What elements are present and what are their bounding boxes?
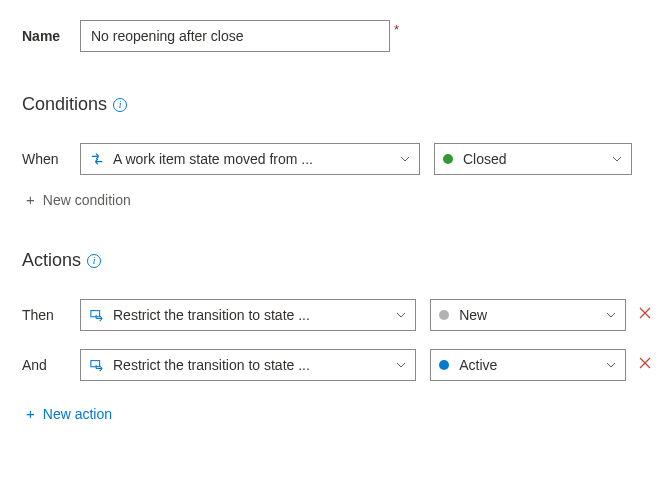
state-dot-closed xyxy=(443,154,453,164)
name-row: Name * xyxy=(22,20,652,52)
new-action-button[interactable]: + New action xyxy=(22,405,652,422)
new-condition-button[interactable]: + New condition xyxy=(22,191,652,208)
state-dot-active xyxy=(439,360,449,370)
action-rule-dropdown[interactable]: Restrict the transition to state ... xyxy=(80,299,416,331)
chevron-down-icon xyxy=(611,153,623,165)
info-icon[interactable]: i xyxy=(87,254,101,268)
action-rule-dropdown[interactable]: Restrict the transition to state ... xyxy=(80,349,416,381)
and-label: And xyxy=(22,357,80,373)
close-icon xyxy=(638,306,652,320)
new-action-label: New action xyxy=(43,406,112,422)
restrict-icon xyxy=(89,307,105,323)
when-label: When xyxy=(22,151,80,167)
chevron-down-icon xyxy=(605,309,617,321)
plus-icon: + xyxy=(26,405,35,422)
action-state-text: Active xyxy=(459,357,605,373)
action-state-dropdown[interactable]: New xyxy=(430,299,626,331)
plus-icon: + xyxy=(26,191,35,208)
state-dot-new xyxy=(439,310,449,320)
info-icon[interactable]: i xyxy=(113,98,127,112)
action-state-text: New xyxy=(459,307,605,323)
svg-rect-1 xyxy=(91,361,100,367)
action-row: And Restrict the transition to state ...… xyxy=(22,349,652,381)
chevron-down-icon xyxy=(399,153,411,165)
conditions-heading: Conditions i xyxy=(22,94,652,115)
chevron-down-icon xyxy=(395,359,407,371)
action-rule-text: Restrict the transition to state ... xyxy=(113,307,395,323)
then-label: Then xyxy=(22,307,80,323)
chevron-down-icon xyxy=(395,309,407,321)
chevron-down-icon xyxy=(605,359,617,371)
action-rule-text: Restrict the transition to state ... xyxy=(113,357,395,373)
actions-heading: Actions i xyxy=(22,250,652,271)
name-label: Name xyxy=(22,28,80,44)
remove-action-button[interactable] xyxy=(638,356,652,374)
state-transition-icon xyxy=(89,151,105,167)
actions-title: Actions xyxy=(22,250,81,271)
condition-rule-dropdown[interactable]: A work item state moved from ... xyxy=(80,143,420,175)
close-icon xyxy=(638,356,652,370)
action-state-dropdown[interactable]: Active xyxy=(430,349,626,381)
condition-state-text: Closed xyxy=(463,151,611,167)
required-asterisk: * xyxy=(394,22,399,37)
condition-state-dropdown[interactable]: Closed xyxy=(434,143,632,175)
new-condition-label: New condition xyxy=(43,192,131,208)
condition-rule-text: A work item state moved from ... xyxy=(113,151,399,167)
remove-action-button[interactable] xyxy=(638,306,652,324)
restrict-icon xyxy=(89,357,105,373)
condition-row: When A work item state moved from ... Cl… xyxy=(22,143,652,175)
svg-rect-0 xyxy=(91,311,100,317)
conditions-title: Conditions xyxy=(22,94,107,115)
action-row: Then Restrict the transition to state ..… xyxy=(22,299,652,331)
name-input[interactable] xyxy=(80,20,390,52)
